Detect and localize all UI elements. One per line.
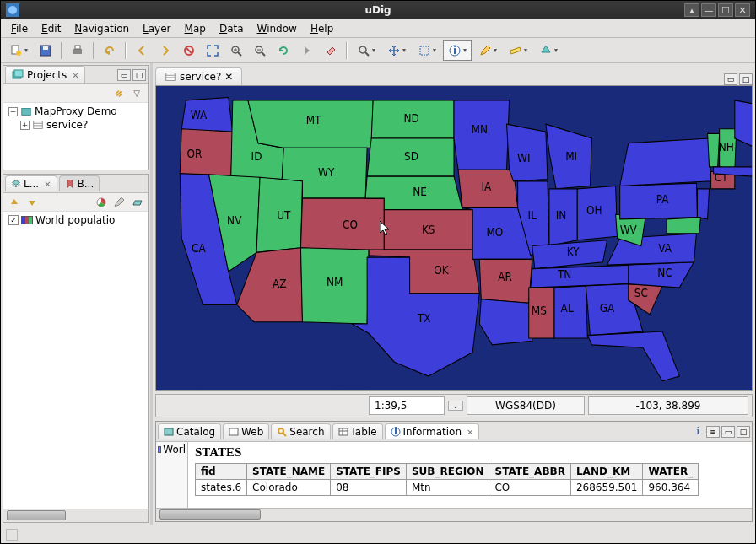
info-tool[interactable]: i	[443, 40, 472, 61]
back-button[interactable]	[131, 40, 153, 61]
information-tab[interactable]: iInformation✕	[385, 423, 480, 439]
minimize-editor-button[interactable]: ▭	[724, 73, 737, 85]
menu-navigation[interactable]: Navigation	[68, 21, 136, 36]
layer-item[interactable]: ✓ World populatio	[5, 213, 146, 227]
crs-display[interactable]: WGS84(DD)	[467, 396, 585, 415]
view-list-button[interactable]: ≡	[706, 426, 720, 438]
refresh-button[interactable]	[273, 40, 294, 61]
window-close-button[interactable]: ✕	[735, 3, 750, 17]
editor-tab-label: service?	[180, 71, 221, 83]
state-label-WY: WY	[318, 166, 334, 180]
link-icon[interactable]	[111, 86, 127, 101]
save-button[interactable]	[35, 40, 57, 61]
close-icon[interactable]: ✕	[44, 180, 51, 189]
chart-icon[interactable]	[94, 195, 109, 210]
scale-input[interactable]	[369, 396, 445, 415]
projects-tree[interactable]: − MapProxy Demo + service?	[3, 103, 148, 170]
undo-button[interactable]	[99, 40, 121, 61]
state-VT[interactable]	[708, 133, 720, 166]
forward-button[interactable]	[154, 40, 176, 61]
print-button[interactable]	[67, 40, 89, 61]
project-root-item[interactable]: − MapProxy Demo	[5, 105, 146, 118]
state-label-IA: IA	[481, 180, 491, 193]
window-maximize-button[interactable]: ☐	[718, 3, 733, 17]
zoom-tool[interactable]	[352, 40, 381, 61]
layers-tree[interactable]: ✓ World populatio	[3, 212, 148, 509]
menu-file[interactable]: File	[4, 21, 35, 36]
column-header[interactable]: STATE_ABBR	[489, 464, 570, 480]
map-canvas[interactable]: WAORCAIDNVUTAZMTWYCONMNDSDNEKSOKTXMNIAMO…	[155, 85, 753, 391]
next-button[interactable]	[296, 40, 318, 61]
view-menu-button[interactable]: ▽	[129, 86, 144, 101]
zoom-in-button[interactable]	[225, 40, 247, 61]
zoom-out-button[interactable]	[249, 40, 271, 61]
minimize-view-button[interactable]: ▭	[117, 69, 131, 81]
column-header[interactable]: STATE_NAME	[247, 464, 331, 480]
layer-visibility-checkbox[interactable]: ✓	[8, 215, 19, 225]
state-label-SD: SD	[404, 149, 418, 163]
minimize-view-button[interactable]: ▭	[721, 426, 735, 438]
web-tab[interactable]: Web	[223, 423, 269, 439]
maximize-view-button[interactable]: □	[132, 69, 146, 81]
select-tool[interactable]	[413, 40, 441, 61]
menu-data[interactable]: Data	[213, 21, 251, 36]
menu-edit[interactable]: Edit	[35, 21, 68, 36]
state-NY[interactable]	[620, 138, 711, 186]
projects-tab[interactable]: Projects ✕	[5, 66, 85, 83]
new-button[interactable]	[4, 40, 33, 61]
cancel-button[interactable]	[178, 40, 200, 61]
column-header[interactable]: WATER_	[643, 464, 699, 480]
close-icon[interactable]: ✕	[224, 71, 233, 83]
eraser-button[interactable]	[320, 40, 342, 61]
info-side-list[interactable]: Worl	[156, 442, 188, 508]
edit-layer-icon[interactable]	[111, 195, 127, 210]
state-label-PA: PA	[656, 192, 669, 206]
search-tab[interactable]: Search	[271, 423, 330, 439]
column-header[interactable]: LAND_KM	[570, 464, 643, 480]
filter-icon[interactable]	[129, 195, 144, 210]
collapse-icon[interactable]: −	[8, 107, 18, 116]
state-label-ID: ID	[251, 149, 262, 163]
scale-dropdown-button[interactable]: ⌄	[448, 401, 463, 411]
info-scrollbar[interactable]	[156, 508, 752, 521]
column-header[interactable]: STATE_FIPS	[331, 464, 407, 480]
column-header[interactable]: SUB_REGION	[406, 464, 489, 480]
svg-rect-26	[34, 121, 43, 129]
catalog-tab[interactable]: Catalog	[158, 423, 221, 439]
menu-help[interactable]: Help	[304, 21, 340, 36]
menu-layer[interactable]: Layer	[136, 21, 177, 36]
window-titlebar[interactable]: uDig ▴ — ☐ ✕	[1, 1, 755, 19]
layer-down-button[interactable]	[24, 195, 40, 210]
map-editor-tab[interactable]: service? ✕	[155, 67, 242, 85]
state-label-MO: MO	[486, 226, 503, 240]
bookmarks-tab[interactable]: B...	[59, 175, 100, 191]
window-title: uDig	[364, 4, 391, 16]
state-label-NV: NV	[227, 213, 242, 227]
zoom-extent-button[interactable]	[202, 40, 224, 61]
layers-tab[interactable]: L... ✕	[5, 175, 57, 191]
state-NJ[interactable]	[697, 189, 709, 219]
state-MD[interactable]	[667, 218, 700, 234]
table-tab[interactable]: Table	[332, 423, 383, 439]
expand-icon[interactable]: +	[20, 121, 30, 130]
table-row[interactable]: states.6Colorado08MtnCO268659.501960.364	[196, 480, 699, 496]
menu-window[interactable]: Window	[251, 21, 304, 36]
measure-tool[interactable]	[504, 40, 532, 61]
project-child-item[interactable]: + service?	[5, 118, 146, 132]
menu-map[interactable]: Map	[178, 21, 213, 36]
layer-up-button[interactable]	[7, 195, 22, 210]
style-tool[interactable]	[534, 40, 563, 61]
maximize-view-button[interactable]: □	[737, 426, 750, 438]
state-label-GA: GA	[600, 302, 615, 315]
window-minimize-button[interactable]: —	[701, 3, 716, 17]
edit-tool[interactable]	[473, 40, 502, 61]
close-icon[interactable]: ✕	[467, 428, 473, 437]
close-icon[interactable]: ✕	[72, 71, 78, 80]
window-up-button[interactable]: ▴	[684, 3, 699, 17]
maximize-editor-button[interactable]: □	[739, 73, 753, 85]
info-side-item[interactable]: Worl	[156, 442, 187, 457]
info-icon[interactable]: i	[697, 425, 699, 438]
pan-tool[interactable]	[382, 40, 411, 61]
layers-scrollbar[interactable]	[3, 509, 148, 522]
column-header[interactable]: fid	[196, 464, 247, 480]
